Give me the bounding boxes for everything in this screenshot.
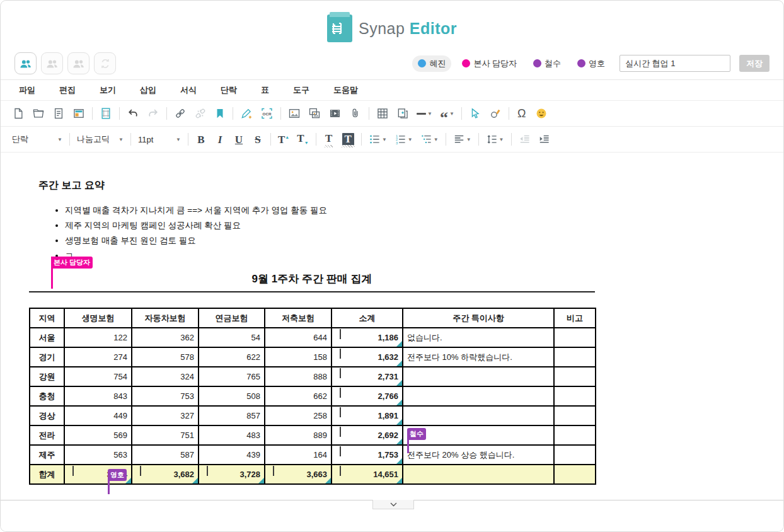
align-button[interactable]: ▼ (449, 130, 475, 148)
note-cell[interactable] (403, 406, 554, 425)
menu-item-8[interactable]: 도구 (281, 80, 321, 100)
collaborators-button[interactable] (41, 52, 63, 74)
underline-button[interactable]: U (229, 130, 248, 148)
value-cell[interactable]: 158 (265, 347, 331, 367)
menu-item-4[interactable]: 삽입 (128, 80, 168, 100)
link-button[interactable] (170, 105, 190, 122)
strikethrough-button[interactable]: S (248, 130, 267, 148)
collaborators-button[interactable] (67, 52, 89, 74)
new-document-button[interactable] (8, 105, 28, 122)
value-cell[interactable]: 563 (64, 445, 132, 465)
subtotal-cell[interactable]: 2,692 (331, 425, 403, 445)
numbered-list-button[interactable]: 123▼ (391, 130, 417, 148)
remark-cell[interactable] (554, 386, 596, 406)
column-header[interactable]: 소계 (331, 308, 403, 328)
value-cell[interactable]: 754 (64, 367, 132, 386)
region-cell[interactable]: 경기 (30, 347, 64, 367)
value-cell[interactable]: 753 (132, 386, 199, 406)
remark-cell[interactable] (554, 328, 596, 347)
redo-button[interactable] (143, 105, 163, 122)
paragraph-style-dropdown[interactable]: 단락▼ (8, 131, 66, 147)
column-header[interactable]: 저축보험 (265, 308, 331, 328)
column-header[interactable]: 생명보험 (64, 308, 132, 328)
region-cell[interactable]: 서울 (30, 328, 64, 347)
total-value-cell[interactable]: 3,663 (265, 465, 331, 484)
note-cell[interactable] (403, 367, 554, 386)
region-cell[interactable]: 충청 (30, 386, 64, 406)
undo-button[interactable] (123, 105, 143, 122)
note-cell[interactable]: 전주보다 20% 상승 했습니다. (403, 445, 554, 465)
note-cell[interactable]: 전주보다 10% 하락했습니다. (403, 347, 554, 367)
region-cell[interactable]: 경상 (30, 406, 64, 425)
page-setup-button[interactable] (96, 105, 116, 122)
superscript-button[interactable]: T▲ (274, 130, 293, 148)
value-cell[interactable]: 274 (64, 347, 132, 367)
unlink-button[interactable] (190, 105, 210, 122)
menu-item-3[interactable]: 보기 (88, 80, 128, 100)
blockquote-button[interactable]: “▼ (436, 105, 458, 122)
remark-cell[interactable] (554, 445, 596, 465)
subtotal-cell[interactable]: 2,731 (331, 367, 403, 386)
note-cell[interactable] (403, 386, 554, 406)
note-cell[interactable]: 없습니다. (403, 328, 554, 347)
subscript-button[interactable]: T▼ (293, 130, 312, 148)
value-cell[interactable]: 327 (132, 406, 199, 425)
annotate-pen-button[interactable] (236, 105, 257, 122)
sync-button[interactable] (94, 52, 116, 74)
menu-item-1[interactable]: 파일 (7, 80, 47, 100)
user-chip-철수[interactable]: 철수 (527, 55, 567, 72)
save-button[interactable]: 저장 (739, 55, 770, 72)
collaborators-button[interactable] (14, 52, 37, 74)
value-cell[interactable]: 449 (64, 406, 132, 425)
column-header[interactable]: 연금보험 (199, 308, 265, 328)
menu-item-7[interactable]: 표 (249, 80, 281, 100)
template-button[interactable] (69, 105, 89, 122)
italic-button[interactable]: I (210, 130, 229, 148)
bold-button[interactable]: B (192, 130, 210, 148)
value-cell[interactable]: 644 (265, 328, 331, 347)
value-cell[interactable]: 751 (132, 425, 199, 445)
value-cell[interactable]: 258 (265, 406, 331, 425)
open-file-button[interactable] (28, 105, 49, 122)
remark-cell[interactable] (554, 406, 596, 425)
attachment-button[interactable] (345, 105, 366, 122)
total-label-cell[interactable]: 합계 (30, 465, 64, 484)
remark-cell[interactable] (554, 425, 596, 445)
menu-item-6[interactable]: 단락 (209, 80, 249, 100)
value-cell[interactable]: 578 (132, 347, 199, 367)
ocr-button[interactable]: OCR (257, 105, 277, 122)
user-chip-혜진[interactable]: 혜진 (412, 55, 451, 72)
value-cell[interactable]: 857 (199, 406, 265, 425)
value-cell[interactable]: 889 (265, 425, 331, 445)
highlight-color-button[interactable]: T (338, 130, 358, 148)
value-cell[interactable]: 622 (199, 347, 265, 367)
region-cell[interactable]: 제주 (30, 445, 64, 465)
special-character-button[interactable]: Ω (512, 105, 531, 122)
shape-draw-button[interactable] (485, 105, 505, 122)
subtotal-cell[interactable]: 1,753 (331, 445, 403, 465)
remark-cell[interactable] (554, 465, 596, 484)
grand-total-cell[interactable]: 14,651 (331, 465, 403, 484)
value-cell[interactable]: 843 (64, 386, 132, 406)
remark-cell[interactable] (554, 347, 596, 367)
subtotal-cell[interactable]: 1,632 (331, 347, 403, 367)
outdent-button[interactable] (515, 130, 534, 148)
remark-cell[interactable] (554, 367, 596, 386)
note-cell[interactable] (403, 465, 554, 484)
video-button[interactable] (325, 105, 345, 122)
value-cell[interactable]: 765 (199, 367, 265, 386)
select-cursor-button[interactable] (465, 105, 485, 122)
region-cell[interactable]: 전라 (30, 425, 64, 445)
total-value-cell[interactable]: 3,682 (132, 465, 199, 484)
font-color-button[interactable]: T (320, 130, 338, 148)
embed-frame-button[interactable] (393, 105, 413, 122)
document-button[interactable] (49, 105, 69, 122)
collapse-panel-button[interactable] (372, 500, 414, 509)
multilevel-list-button[interactable]: ▼ (417, 130, 442, 148)
value-cell[interactable]: 888 (265, 367, 331, 386)
font-family-dropdown[interactable]: 나눔고딕▼ (73, 131, 127, 147)
subtotal-cell[interactable]: 2,766 (331, 386, 403, 406)
table-button[interactable] (372, 105, 393, 122)
column-header[interactable]: 비고 (554, 308, 596, 328)
value-cell[interactable]: 508 (199, 386, 265, 406)
